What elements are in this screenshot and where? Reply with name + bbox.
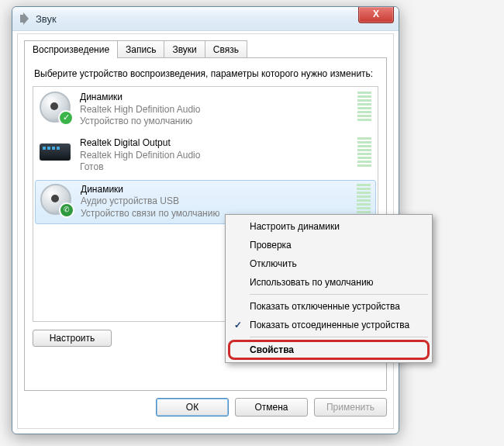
- ctx-disable[interactable]: Отключить: [228, 254, 430, 273]
- tab-sounds[interactable]: Звуки: [164, 40, 205, 58]
- level-meter: [357, 92, 371, 123]
- menu-separator: [250, 294, 428, 295]
- cancel-button[interactable]: Отмена: [235, 398, 308, 417]
- dialog-buttons: ОК Отмена Применить: [18, 398, 393, 424]
- default-check-icon: ✓: [58, 110, 74, 126]
- speaker-icon: [19, 12, 31, 25]
- device-status: Устройство по умолчанию: [80, 116, 353, 128]
- device-name: Realtek Digital Output: [80, 137, 353, 150]
- device-driver: Аудио устройства USB: [81, 195, 352, 208]
- ok-button[interactable]: ОК: [156, 398, 229, 417]
- titlebar[interactable]: Звук X: [12, 7, 399, 31]
- device-name: Динамики: [80, 92, 353, 104]
- comm-default-icon: ✆: [59, 202, 74, 218]
- device-name: Динамики: [81, 184, 352, 196]
- instruction-text: Выберите устройство воспроизведения, пар…: [34, 67, 377, 80]
- ctx-properties[interactable]: Свойства: [228, 340, 430, 360]
- context-menu[interactable]: Настроить динамики Проверка Отключить Ис…: [225, 214, 433, 363]
- apply-button[interactable]: Применить: [314, 398, 387, 417]
- menu-separator: [250, 337, 428, 337]
- speaker-device-icon: ✓: [40, 92, 71, 123]
- ctx-show-disabled[interactable]: Показать отключенные устройства: [228, 297, 430, 316]
- configure-button[interactable]: Настроить: [33, 330, 112, 347]
- device-status: Готов: [80, 161, 353, 174]
- device-row[interactable]: Realtek Digital Output Realtek High Defi…: [33, 133, 378, 178]
- digital-output-icon: [40, 137, 71, 168]
- window-title: Звук: [36, 13, 57, 25]
- ctx-configure-speakers[interactable]: Настроить динамики: [228, 217, 430, 236]
- tab-strip: Воспроизведение Запись Звуки Связь: [18, 34, 393, 58]
- device-row[interactable]: ✓ Динамики Realtek High Definition Audio…: [33, 87, 378, 133]
- speaker-device-icon: ✆: [40, 184, 71, 215]
- tab-recording[interactable]: Запись: [117, 40, 164, 58]
- tab-comm[interactable]: Связь: [205, 40, 247, 58]
- tab-playback[interactable]: Воспроизведение: [24, 40, 118, 58]
- ctx-test[interactable]: Проверка: [228, 236, 430, 254]
- level-meter: [357, 184, 371, 215]
- ctx-show-disconnected[interactable]: Показать отсоединенные устройства: [228, 316, 430, 334]
- ctx-use-default[interactable]: Использовать по умолчанию: [228, 273, 430, 292]
- device-driver: Realtek High Definition Audio: [80, 104, 353, 116]
- device-driver: Realtek High Definition Audio: [80, 150, 353, 162]
- close-button[interactable]: X: [358, 7, 394, 23]
- level-meter: [357, 137, 371, 168]
